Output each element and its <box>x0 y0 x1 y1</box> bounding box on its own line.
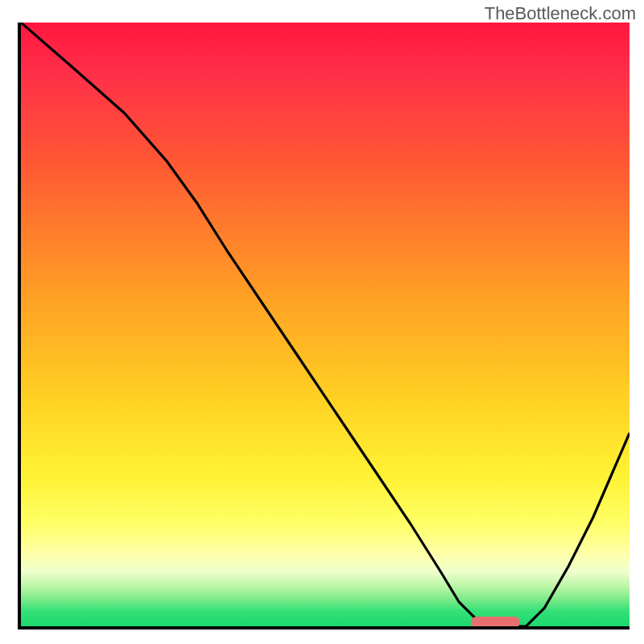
plot-area <box>18 23 630 630</box>
curve-svg <box>21 23 630 626</box>
bottleneck-curve <box>21 23 630 626</box>
optimal-range-marker <box>471 617 519 628</box>
watermark-text: TheBottleneck.com <box>485 3 636 24</box>
bottleneck-chart: TheBottleneck.com <box>0 0 644 644</box>
